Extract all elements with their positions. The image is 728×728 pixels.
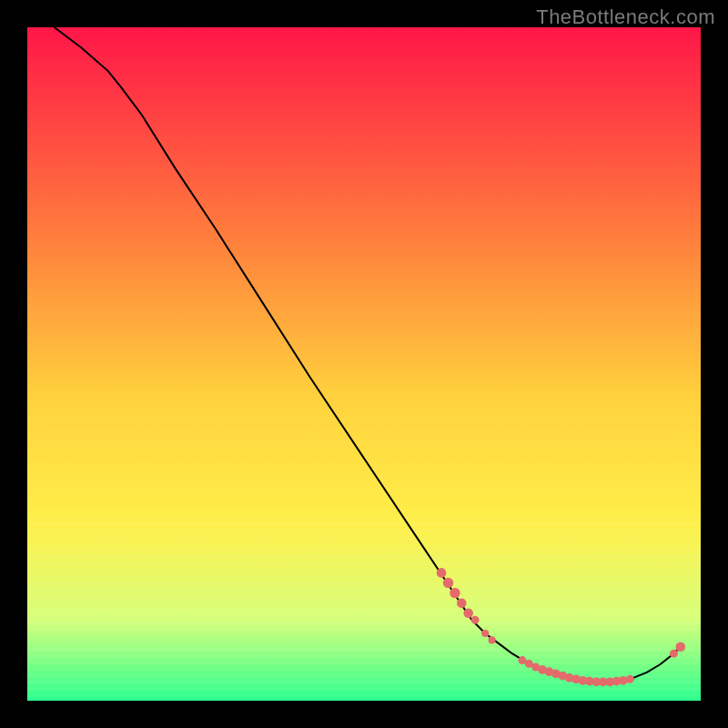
svg-rect-3: [27, 535, 701, 539]
svg-rect-6: [27, 555, 701, 559]
svg-rect-15: [27, 615, 701, 619]
svg-rect-22: [27, 661, 701, 664]
data-marker: [450, 588, 460, 598]
data-marker: [676, 642, 686, 652]
svg-rect-24: [27, 674, 701, 678]
data-marker: [437, 568, 447, 578]
gradient-background: [27, 27, 701, 701]
chart-stage: TheBottleneck.com: [0, 0, 728, 728]
svg-rect-14: [27, 608, 701, 612]
svg-rect-17: [27, 628, 701, 632]
data-marker: [670, 650, 678, 658]
svg-rect-16: [27, 622, 701, 625]
svg-rect-5: [27, 549, 701, 552]
svg-rect-10: [27, 581, 701, 585]
svg-rect-4: [27, 542, 701, 546]
svg-rect-2: [27, 529, 701, 532]
svg-rect-9: [27, 575, 701, 579]
data-marker: [457, 598, 467, 608]
svg-rect-20: [27, 648, 701, 652]
svg-rect-13: [27, 602, 701, 605]
plot-area: [27, 27, 701, 701]
data-marker: [489, 636, 496, 643]
data-marker: [463, 609, 473, 619]
svg-rect-11: [27, 588, 701, 592]
data-marker: [443, 578, 453, 588]
svg-rect-27: [27, 694, 701, 698]
svg-rect-1: [27, 522, 701, 526]
svg-rect-21: [27, 654, 701, 658]
svg-rect-7: [27, 561, 701, 565]
svg-rect-8: [27, 569, 701, 572]
svg-rect-0: [27, 516, 701, 520]
svg-rect-26: [27, 687, 701, 691]
chart-svg: [27, 27, 701, 701]
data-marker: [471, 616, 480, 624]
svg-rect-18: [27, 634, 701, 638]
data-marker: [626, 675, 634, 683]
svg-rect-19: [27, 642, 701, 645]
svg-rect-12: [27, 595, 701, 599]
data-marker: [481, 630, 489, 637]
watermark-text: TheBottleneck.com: [536, 5, 715, 29]
svg-rect-23: [27, 668, 701, 672]
